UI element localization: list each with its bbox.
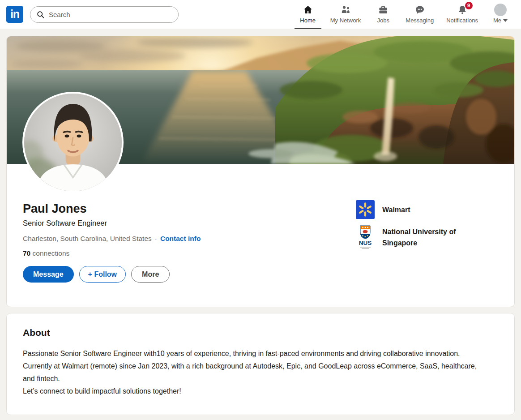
nav-item-notifications[interactable]: 9 Notifications (440, 0, 484, 29)
nav-item-me[interactable]: Me (484, 0, 517, 29)
svg-text:NUS: NUS (359, 240, 372, 246)
affiliation-walmart[interactable]: Walmart (356, 200, 517, 219)
nav-item-jobs[interactable]: Jobs (367, 0, 399, 29)
my-network-icon (340, 4, 351, 16)
nav-item-my-network[interactable]: My Network (324, 0, 367, 29)
about-text: Passionate Senior Software Engineer with… (23, 347, 491, 398)
location-separator: · (155, 235, 157, 243)
nav-label: Home (300, 17, 316, 24)
briefcase-icon (378, 4, 389, 16)
affiliations: Walmart NUS National U (356, 200, 517, 256)
message-button[interactable]: Message (23, 266, 74, 283)
search-icon (37, 11, 44, 18)
primary-nav: Home My Network Jo (292, 0, 517, 29)
nav-label: Notifications (446, 17, 478, 24)
about-title: About (23, 327, 498, 338)
profile-actions: Message + Follow More (23, 266, 498, 283)
more-button[interactable]: More (131, 266, 170, 283)
chevron-down-icon (503, 19, 508, 22)
profile-location: Charleston, South Carolina, United State… (23, 235, 152, 243)
contact-info-link[interactable]: Contact info (160, 235, 201, 243)
search-input[interactable] (49, 11, 173, 18)
walmart-logo-icon (356, 200, 375, 219)
nav-item-messaging[interactable]: Messaging (399, 0, 440, 29)
nus-logo-icon: NUS (356, 225, 375, 250)
nav-label: My Network (330, 17, 361, 24)
profile-card: Paul Jones Senior Software Engineer Char… (6, 36, 515, 307)
top-navigation-bar: in Home My Network (0, 0, 521, 29)
nav-label: Jobs (377, 17, 389, 24)
nav-label: Messaging (406, 17, 434, 24)
affiliation-name: Walmart (382, 204, 410, 215)
nav-item-home[interactable]: Home (292, 0, 324, 29)
profile-photo[interactable] (22, 92, 124, 193)
me-avatar (494, 4, 507, 16)
messaging-icon (414, 4, 425, 16)
affiliation-nus[interactable]: NUS National University of Singapore (356, 225, 517, 250)
follow-button[interactable]: + Follow (79, 266, 126, 283)
home-icon (303, 4, 313, 16)
active-tab-indicator (295, 28, 321, 29)
linkedin-logo[interactable]: in (6, 6, 23, 23)
bell-icon: 9 (457, 4, 468, 16)
affiliation-name: National University of Singapore (382, 226, 485, 249)
about-card: About Passionate Senior Software Enginee… (6, 313, 515, 415)
main-content: Paul Jones Senior Software Engineer Char… (0, 29, 521, 415)
nav-label: Me (493, 17, 508, 24)
notification-badge: 9 (465, 2, 473, 9)
search-bar[interactable] (30, 6, 179, 23)
